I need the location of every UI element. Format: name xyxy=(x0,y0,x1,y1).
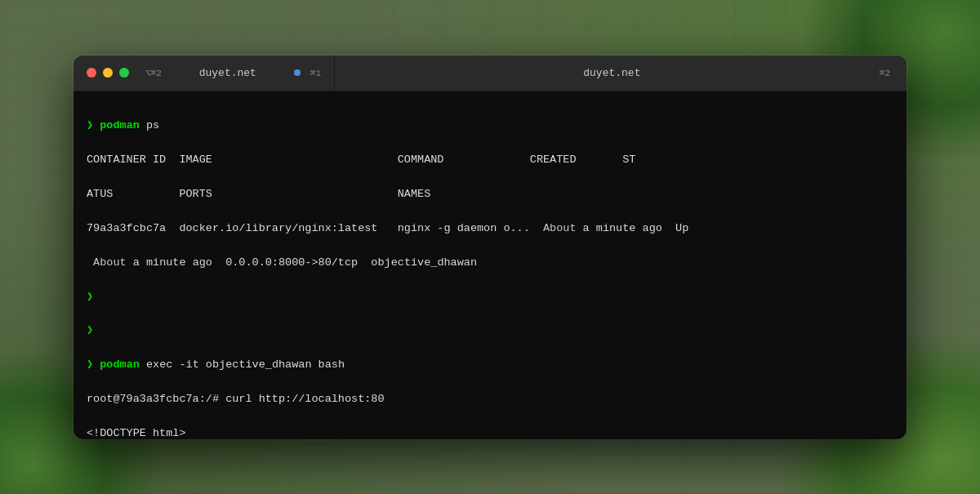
line-1: ❯ podman ps xyxy=(87,118,893,135)
minimize-button[interactable] xyxy=(103,68,113,78)
tab2-shortcut-right: ⌘2 xyxy=(880,68,890,78)
line-6: ❯ xyxy=(87,289,893,306)
line-3: ATUS PORTS NAMES xyxy=(87,186,893,203)
line-5: About a minute ago 0.0.0.0:8000->80/tcp … xyxy=(87,255,893,272)
title-bar: ⌥⌘2 duyet.net ⌘1 duyet.net ⌘2 xyxy=(74,56,906,91)
close-button[interactable] xyxy=(87,68,96,78)
terminal-content[interactable]: ❯ podman ps CONTAINER ID IMAGE COMMAND C… xyxy=(74,91,906,439)
tab-2[interactable]: duyet.net ⌘2 xyxy=(335,56,906,91)
maximize-button[interactable] xyxy=(119,68,129,78)
terminal-window: ⌥⌘2 duyet.net ⌘1 duyet.net ⌘2 ❯ podman p… xyxy=(74,56,906,439)
cmd-rest-1: ps xyxy=(140,119,159,131)
cmd-keyword-1: podman xyxy=(100,119,140,131)
cmd-keyword-2: podman xyxy=(100,358,140,371)
prompt-4: ❯ xyxy=(87,358,93,371)
prompt-2: ❯ xyxy=(87,291,93,303)
tab1-title: duyet.net xyxy=(168,67,287,79)
line-4: 79a3a3fcbc7a docker.io/library/nginx:lat… xyxy=(87,220,893,238)
prompt-3: ❯ xyxy=(87,324,93,336)
tab2-title: duyet.net xyxy=(351,67,873,79)
tab1-shortcut-left: ⌥⌘2 xyxy=(145,68,162,78)
tab1-shortcut-right: ⌘1 xyxy=(310,68,321,78)
line-10: <!DOCTYPE html> xyxy=(87,425,893,438)
line-7: ❯ xyxy=(87,323,893,340)
line-8: ❯ podman exec -it objective_dhawan bash xyxy=(87,357,893,374)
line-9: root@79a3a3fcbc7a:/# curl http://localho… xyxy=(87,391,893,408)
tab-1[interactable]: ⌥⌘2 duyet.net ⌘1 xyxy=(74,56,335,91)
traffic-lights xyxy=(87,68,129,78)
tab1-active-indicator xyxy=(294,69,301,76)
cmd-rest-2: exec -it objective_dhawan bash xyxy=(140,358,345,371)
line-2: CONTAINER ID IMAGE COMMAND CREATED ST xyxy=(87,152,893,169)
prompt-1: ❯ xyxy=(87,119,93,131)
